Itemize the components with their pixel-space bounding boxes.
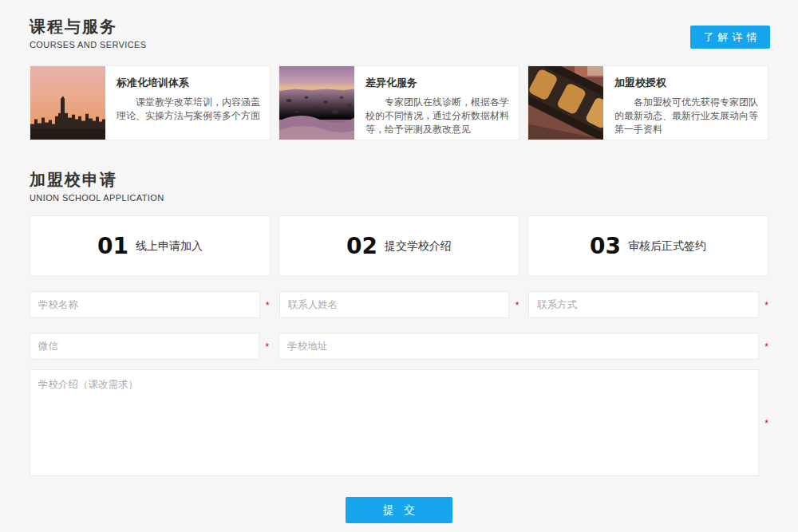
- card-desc: 各加盟校可优先获得专家团队的最新动态、最新行业发展动向等第一手资料: [614, 96, 758, 136]
- school-name-field-wrap: *: [30, 291, 270, 318]
- city-sunset-image: [30, 66, 105, 140]
- contact-method-field-wrap: *: [528, 291, 768, 318]
- wechat-field-wrap: *: [30, 333, 269, 360]
- required-asterisk: *: [265, 342, 269, 352]
- courses-section-header: 课程与服务 COURSES AND SERVICES 了解详情: [30, 16, 768, 49]
- card-desc: 课堂教学改革培训，内容涵盖理论、实操方法与案例等多个方面: [117, 96, 260, 123]
- step-number: 02: [346, 233, 377, 259]
- card-franchise-authorization[interactable]: 加盟校授权 各加盟校可优先获得专家团队的最新动态、最新行业发展动向等第一手资料: [527, 65, 768, 140]
- application-form: * * * * *: [30, 291, 768, 523]
- page-container: 课程与服务 COURSES AND SERVICES 了解详情: [30, 0, 768, 523]
- card-title: 标准化培训体系: [117, 76, 260, 90]
- school-address-field-wrap: *: [279, 333, 768, 360]
- step-label: 审核后正式签约: [628, 239, 706, 254]
- card-body: 差异化服务 专家团队在线诊断，根据各学校的不同情况，通过分析数据材料等，给予评测…: [354, 66, 519, 140]
- required-asterisk: *: [764, 419, 768, 428]
- step-label: 提交学校介绍: [385, 239, 452, 254]
- school-address-input[interactable]: [279, 333, 759, 360]
- card-body: 标准化培训体系 课堂教学改革培训，内容涵盖理论、实操方法与案例等多个方面: [105, 66, 270, 140]
- step-number: 03: [590, 233, 621, 259]
- card-differentiated-service[interactable]: 差异化服务 专家团队在线诊断，根据各学校的不同情况，通过分析数据材料等，给予评测…: [279, 65, 519, 140]
- form-row-2: * *: [30, 333, 768, 360]
- contact-name-input[interactable]: [279, 291, 510, 318]
- required-asterisk: *: [764, 301, 768, 310]
- desert-dusk-image: [279, 66, 354, 140]
- courses-subtitle: COURSES AND SERVICES: [30, 40, 768, 49]
- learn-more-button[interactable]: 了解详情: [690, 26, 770, 49]
- form-row-3: *: [30, 369, 768, 476]
- courses-title: 课程与服务: [30, 16, 768, 37]
- step-sign-contract: 03 审核后正式签约: [527, 215, 768, 277]
- card-body: 加盟校授权 各加盟校可优先获得专家团队的最新动态、最新行业发展动向等第一手资料: [603, 66, 768, 140]
- submit-button[interactable]: 提交: [346, 497, 452, 523]
- card-desc: 专家团队在线诊断，根据各学校的不同情况，通过分析数据材料等，给予评测及教改意见: [365, 96, 509, 136]
- application-section: 加盟校申请 UNION SCHOOL APPLICATION 01 线上申请加入…: [30, 169, 768, 523]
- application-subtitle: UNION SCHOOL APPLICATION: [30, 193, 768, 203]
- step-label: 线上申请加入: [136, 239, 203, 254]
- course-cards-row: 标准化培训体系 课堂教学改革培训，内容涵盖理论、实操方法与案例等多个方面: [30, 65, 768, 140]
- school-name-input[interactable]: [30, 291, 260, 318]
- film-strip-image: [528, 66, 603, 140]
- required-asterisk: *: [266, 301, 270, 310]
- form-row-1: * * *: [30, 291, 768, 318]
- school-intro-field-wrap: *: [30, 369, 768, 476]
- application-section-header: 加盟校申请 UNION SCHOOL APPLICATION: [30, 169, 768, 203]
- card-title: 加盟校授权: [614, 76, 758, 90]
- card-standard-training[interactable]: 标准化培训体系 课堂教学改革培训，内容涵盖理论、实操方法与案例等多个方面: [30, 65, 271, 140]
- contact-method-input[interactable]: [528, 291, 759, 318]
- required-asterisk: *: [764, 342, 768, 352]
- step-submit-intro: 02 提交学校介绍: [279, 215, 519, 277]
- school-intro-textarea[interactable]: [30, 369, 759, 476]
- application-steps-row: 01 线上申请加入 02 提交学校介绍 03 审核后正式签约: [30, 215, 768, 277]
- required-asterisk: *: [516, 301, 519, 310]
- step-apply-online: 01 线上申请加入: [30, 215, 271, 277]
- card-title: 差异化服务: [365, 76, 509, 90]
- application-title: 加盟校申请: [30, 169, 768, 191]
- step-number: 01: [97, 233, 128, 259]
- contact-name-field-wrap: *: [279, 291, 519, 318]
- wechat-input[interactable]: [30, 333, 259, 360]
